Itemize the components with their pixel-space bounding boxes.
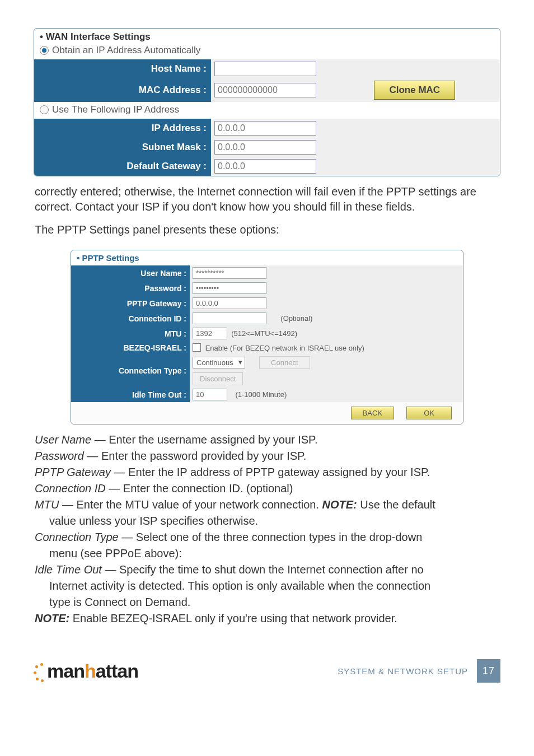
pptp-user-input[interactable] — [193, 267, 266, 279]
para-options: The PPTP Settings panel presents these o… — [35, 222, 499, 237]
pptp-mtu-label: MTU : — [71, 326, 190, 341]
def-mtu-d1: — Enter the MTU value of your network co… — [59, 498, 322, 511]
def-note-desc: Enable BEZEQ-ISRAEL only if you're using… — [69, 612, 397, 624]
pptp-settings-panel: PPTP Settings User Name : Password : PPT… — [71, 250, 463, 424]
host-name-label: Host Name : — [34, 59, 211, 78]
bezeq-label: BEZEQ-ISRAEL : — [71, 341, 190, 354]
connect-button[interactable]: Connect — [259, 356, 310, 369]
radio-label: Use The Following IP Address — [52, 104, 179, 115]
ip-label: IP Address : — [34, 119, 211, 138]
def-cid-desc: — Enter the connection ID. (optional) — [106, 482, 293, 494]
brand-logo: manhattan — [34, 660, 138, 682]
pptp-gw-input[interactable] — [193, 297, 266, 309]
def-ctype-desc: — Select one of the three connection typ… — [119, 531, 423, 543]
pptp-cid-label: Connection ID : — [71, 311, 190, 326]
para-entered: correctly entered; otherwise, the Intern… — [35, 184, 499, 214]
subnet-label: Subnet Mask : — [34, 138, 211, 157]
def-idle-term: Idle Time Out — [35, 563, 102, 576]
wan-radio-static[interactable]: Use The Following IP Address — [34, 102, 500, 119]
mac-input[interactable] — [214, 83, 316, 97]
def-user-term: User Name — [35, 433, 91, 446]
idle-note: (1-1000 Minute) — [235, 390, 287, 399]
pptp-mtu-note: (512<=MTU<=1492) — [231, 329, 297, 338]
brand-h: h — [85, 660, 96, 682]
def-mtu-note: NOTE: — [322, 498, 357, 511]
brand-part2: attan — [96, 660, 138, 682]
wan-title: WAN Interface Settings — [34, 29, 500, 43]
logo-dots-icon — [34, 663, 46, 682]
def-pwd-term: Password — [35, 450, 84, 462]
pptp-cid-note: (Optional) — [280, 314, 312, 323]
def-ctype-sub: menu (see PPPoE above): — [35, 546, 499, 561]
gateway-label: Default Gateway : — [34, 157, 211, 176]
page-footer: manhattan SYSTEM & NETWORK SETUP 17 — [34, 659, 500, 683]
def-gw-desc: — Enter the IP address of PPTP gateway a… — [111, 466, 430, 478]
def-ctype-term: Connection Type — [35, 531, 119, 543]
gateway-input[interactable] — [214, 159, 316, 174]
ctype-label: Connection Type : — [71, 354, 190, 387]
pptp-title: PPTP Settings — [71, 250, 463, 265]
def-note-term: NOTE: — [35, 612, 69, 624]
pptp-gw-label: PPTP Gateway : — [71, 296, 190, 311]
def-idle-desc: — Specify the time to shut down the Inte… — [102, 563, 424, 576]
def-user-desc: — Enter the username assigned by your IS… — [91, 433, 317, 446]
clone-mac-button[interactable]: Clone MAC — [374, 81, 455, 100]
radio-label: Obtain an IP Address Automatically — [52, 45, 200, 56]
brand-part1: man — [47, 660, 85, 682]
idle-input[interactable] — [193, 389, 227, 400]
def-pwd-desc: — Enter the password provided by your IS… — [84, 450, 307, 462]
def-gw-term: PPTP Gateway — [35, 466, 111, 478]
pptp-pwd-input[interactable] — [193, 282, 266, 294]
definitions: User Name — Enter the username assigned … — [35, 432, 499, 626]
def-cid-term: Connection ID — [35, 482, 106, 494]
ok-button[interactable]: OK — [406, 407, 452, 419]
bezeq-text: Enable (For BEZEQ network in ISRAEL use … — [205, 344, 364, 352]
back-button[interactable]: BACK — [351, 407, 394, 419]
pptp-mtu-input[interactable] — [193, 328, 227, 339]
wan-radio-auto[interactable]: Obtain an IP Address Automatically — [34, 43, 500, 59]
pptp-user-label: User Name : — [71, 265, 190, 281]
ctype-select[interactable]: Continuous — [193, 357, 245, 368]
section-label: SYSTEM & NETWORK SETUP — [338, 666, 468, 676]
wan-settings-panel: WAN Interface Settings Obtain an IP Addr… — [34, 28, 500, 176]
radio-icon — [40, 105, 49, 114]
disconnect-button[interactable]: Disconnect — [193, 372, 243, 385]
host-name-input[interactable] — [214, 62, 316, 76]
pptp-cid-input[interactable] — [193, 312, 266, 324]
idle-label: Idle Time Out : — [71, 387, 190, 402]
def-mtu-d2: Use the default — [357, 498, 435, 511]
mac-label: MAC Address : — [34, 78, 211, 102]
def-mtu-term: MTU — [35, 498, 59, 511]
pptp-pwd-label: Password : — [71, 281, 190, 296]
bezeq-checkbox[interactable] — [193, 343, 201, 352]
page-number-badge: 17 — [477, 659, 500, 683]
def-idle-sub2: type is Connect on Demand. — [35, 595, 499, 609]
ip-input[interactable] — [214, 121, 316, 136]
def-idle-sub1: Internet activity is detected. This opti… — [35, 578, 499, 593]
def-mtu-sub: value unless your ISP specifies otherwis… — [35, 514, 499, 528]
subnet-input[interactable] — [214, 140, 316, 155]
radio-icon — [40, 46, 49, 55]
